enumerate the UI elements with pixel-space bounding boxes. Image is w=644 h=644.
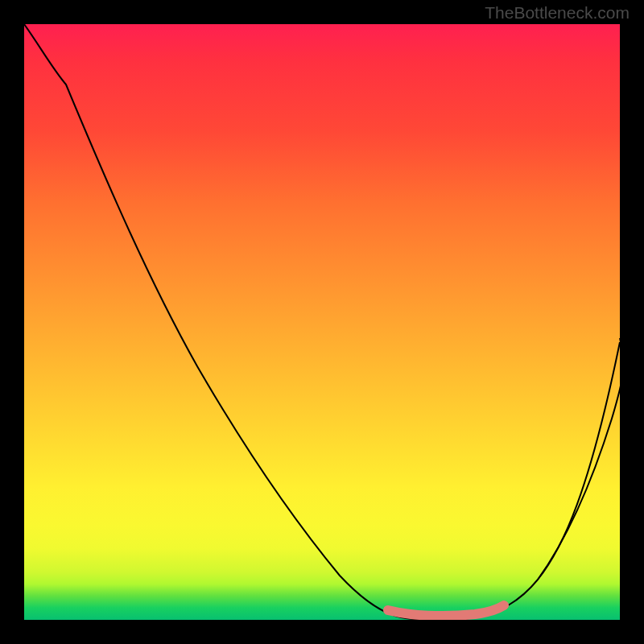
bottleneck-curve-right-tail xyxy=(538,342,620,580)
optimal-zone-marker xyxy=(388,605,504,616)
watermark-text: TheBottleneck.com xyxy=(485,3,630,23)
chart-svg xyxy=(24,24,620,620)
chart-plot-area xyxy=(24,24,620,620)
bottleneck-curve-line xyxy=(24,24,620,620)
